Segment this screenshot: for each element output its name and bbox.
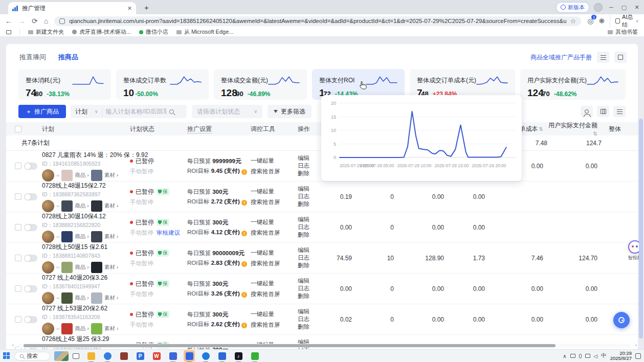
search-topview-link[interactable]: 搜索抢首屏: [251, 321, 298, 329]
notification-center-icon[interactable]: [635, 353, 641, 359]
volume-icon[interactable]: ◁: [594, 353, 598, 359]
window-close-button[interactable]: ✕: [633, 4, 641, 11]
log-link[interactable]: 日志: [298, 223, 325, 231]
stat-card[interactable]: 用户实际支付金额(元) 124.70 -48.62%: [520, 69, 626, 100]
forward-icon[interactable]: →: [18, 17, 26, 25]
tab-live-room[interactable]: 推直播间: [19, 53, 46, 62]
col-partial[interactable]: 整体: [602, 125, 632, 133]
taskbar-app-app-blue-3[interactable]: [216, 350, 228, 361]
search-topview-link[interactable]: 搜索抢首屏: [251, 260, 298, 267]
one-key-boost-link[interactable]: 一键起量: [251, 280, 298, 287]
row-checkbox[interactable]: [15, 224, 21, 231]
tab-products[interactable]: 推商品: [58, 53, 78, 62]
material-link[interactable]: 素材 ›: [104, 325, 118, 332]
cast-display-icon[interactable]: [585, 354, 590, 358]
table-settings-button[interactable]: [613, 106, 626, 117]
edit-link[interactable]: 编辑: [298, 308, 325, 315]
warning-icon[interactable]: !: [241, 292, 247, 298]
log-link[interactable]: 日志: [298, 254, 325, 262]
taskbar-app-douyin[interactable]: ♪: [233, 350, 244, 361]
browser-profile-avatar[interactable]: [594, 3, 603, 12]
material-link[interactable]: 素材 ›: [104, 264, 118, 271]
col-plan[interactable]: 计划: [40, 125, 130, 133]
material-link[interactable]: 素材 ›: [104, 202, 118, 210]
back-icon[interactable]: ←: [5, 17, 12, 25]
new-tab-button[interactable]: +: [144, 3, 149, 12]
campaign-name[interactable]: 0727 线上40退20保3.26: [42, 274, 130, 282]
notification-extension-icon[interactable]: ◎ 1: [587, 17, 593, 25]
warning-icon[interactable]: !: [241, 323, 247, 328]
ai-summary-button[interactable]: AI总结 ∨: [610, 13, 639, 29]
campaign-name[interactable]: 0726线上45 退25 保3.29: [42, 335, 130, 344]
col-user-pay[interactable]: 用户实际支付金额⇅: [547, 121, 602, 137]
bookmark-item[interactable]: 虎牙直播-技术驱动...: [72, 28, 131, 36]
scroll-right-arrow[interactable]: ›: [635, 343, 637, 348]
warning-icon[interactable]: !: [241, 231, 247, 236]
bookmark-item[interactable]: 从 Microsoft Edge...: [176, 28, 234, 36]
select-all-checkbox[interactable]: [15, 126, 21, 132]
search-icon[interactable]: [169, 109, 174, 114]
browser-tab[interactable]: 推广管理 ✕: [8, 2, 136, 14]
promote-product-button[interactable]: ＋推广商品: [18, 105, 66, 118]
url-bar[interactable]: qianchuan.jinritemai.com/uni-prom?aavid=…: [54, 16, 581, 26]
taskbar-app-file-explorer[interactable]: [85, 350, 97, 361]
one-key-boost-link[interactable]: 一键起量: [251, 188, 298, 195]
campaign-toggle[interactable]: [24, 163, 37, 170]
campaign-toggle[interactable]: [24, 193, 37, 200]
delete-link[interactable]: 删除: [298, 231, 325, 239]
row-checkbox[interactable]: [15, 193, 21, 200]
one-key-boost-link[interactable]: 一键起量: [251, 218, 298, 226]
one-key-boost-link[interactable]: 一键起量: [251, 310, 298, 318]
task-view-button[interactable]: [73, 353, 79, 359]
product-link[interactable]: 商品 ›: [75, 325, 88, 332]
taskbar-app-browser-blue[interactable]: [102, 350, 113, 361]
vertical-scrollbar[interactable]: [639, 119, 643, 338]
search-topview-link[interactable]: 搜索抢首屏: [251, 290, 298, 298]
product-link[interactable]: 商品 ›: [75, 295, 88, 302]
stat-card[interactable]: 整体成交订单数 10 -50.00%: [116, 69, 209, 100]
product-thumbnail[interactable]: [61, 231, 73, 242]
campaign-name[interactable]: 0728线上50退15 保2.61: [42, 243, 130, 252]
search-topview-link[interactable]: 搜索抢首屏: [251, 168, 298, 175]
campaign-name[interactable]: 0727 线上53退20保2.62: [42, 304, 130, 313]
product-link[interactable]: 商品 ›: [75, 264, 88, 271]
window-minimize-button[interactable]: ─: [607, 4, 615, 10]
new-version-badge[interactable]: 新版本: [556, 2, 589, 13]
log-link[interactable]: 日志: [298, 285, 325, 292]
material-link[interactable]: 素材 ›: [104, 172, 118, 179]
taskbar-clock[interactable]: 20:29 2025/8/27: [610, 351, 632, 361]
product-manual-link[interactable]: 商品全域推广产品手册: [530, 53, 592, 62]
product-link[interactable]: 商品 ›: [75, 233, 88, 240]
plan-type-select[interactable]: 计划∨: [75, 107, 103, 116]
product-link[interactable]: 商品 ›: [75, 202, 88, 210]
edit-link[interactable]: 编辑: [298, 277, 325, 285]
taskbar-app-app-blue-office[interactable]: P: [135, 350, 146, 361]
horizontal-scrollbar[interactable]: ‹ ›: [18, 344, 631, 348]
plan-search-input[interactable]: [106, 108, 166, 115]
edit-link[interactable]: 编辑: [298, 216, 325, 223]
col-status[interactable]: 计划状态: [130, 125, 187, 133]
delete-link[interactable]: 删除: [298, 262, 325, 269]
delete-link[interactable]: 删除: [298, 323, 325, 331]
campaign-toggle[interactable]: [24, 285, 37, 292]
log-link[interactable]: 日志: [298, 315, 325, 323]
warning-icon[interactable]: !: [241, 200, 247, 206]
material-link[interactable]: 素材 ›: [104, 233, 118, 240]
campaign-toggle[interactable]: [24, 224, 37, 231]
one-key-boost-link[interactable]: 一键起量: [251, 157, 298, 165]
material-thumbnail[interactable]: [91, 262, 102, 273]
row-checkbox[interactable]: [15, 285, 21, 292]
extensions-puzzle-icon[interactable]: ❋: [598, 17, 605, 25]
campaign-toggle[interactable]: [24, 316, 37, 323]
search-topview-link[interactable]: 搜索抢首屏: [251, 229, 298, 237]
taskbar-app-wechat[interactable]: [249, 350, 260, 361]
material-thumbnail[interactable]: [91, 323, 102, 334]
floating-action-button[interactable]: [613, 312, 630, 328]
ime-indicator[interactable]: 中: [601, 352, 607, 359]
side-panel-icon[interactable]: [6, 30, 11, 34]
row-checkbox[interactable]: [15, 316, 21, 323]
fullscreen-button[interactable]: [614, 52, 627, 63]
row-checkbox[interactable]: [15, 163, 21, 169]
col-tools[interactable]: 调控工具: [251, 125, 298, 133]
campaign-name[interactable]: 0827 儿童雨衣 14% 退：20% 保：9.92: [42, 151, 130, 160]
